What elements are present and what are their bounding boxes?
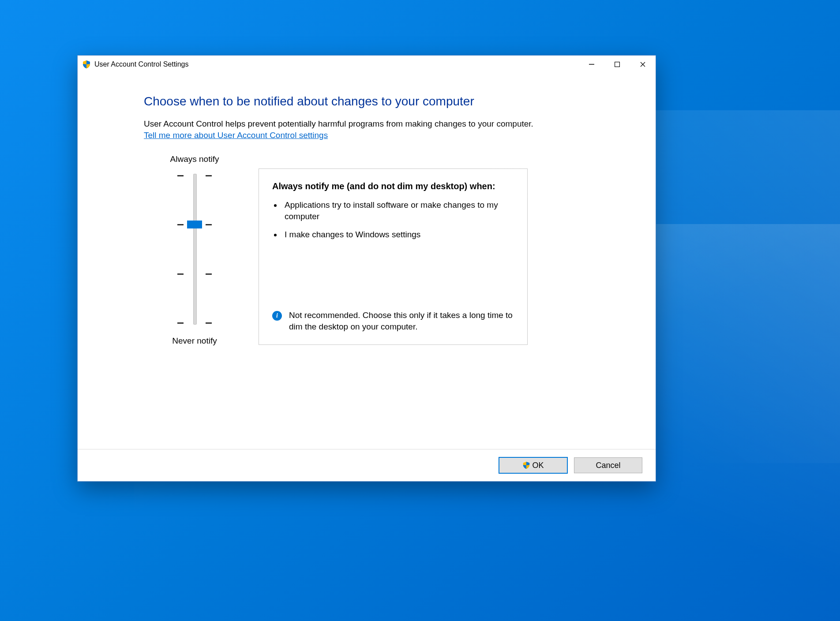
content-area: Choose when to be notified about changes… xyxy=(78,73,656,449)
desktop-background: User Account Control Settings Choose whe… xyxy=(0,0,840,621)
cancel-button-label: Cancel xyxy=(596,461,620,470)
svg-rect-1 xyxy=(615,62,620,67)
minimize-button[interactable] xyxy=(579,56,604,73)
ok-button-label: OK xyxy=(532,461,544,470)
info-list: Applications try to install software or … xyxy=(282,199,514,247)
slider-tick xyxy=(206,175,212,176)
titlebar: User Account Control Settings xyxy=(78,56,656,73)
slider-tick xyxy=(206,224,212,225)
slider-tick xyxy=(206,273,212,275)
slider-track xyxy=(193,174,197,325)
info-title: Always notify me (and do not dim my desk… xyxy=(272,181,514,191)
footer: OK Cancel xyxy=(78,449,656,481)
slider-tick xyxy=(177,224,184,225)
slider-tick xyxy=(177,322,184,324)
intro-text: User Account Control helps prevent poten… xyxy=(144,119,620,129)
close-icon xyxy=(640,62,645,67)
slider-tick xyxy=(177,273,184,275)
info-icon: i xyxy=(272,311,282,321)
slider-tick xyxy=(206,322,212,324)
maximize-icon xyxy=(615,62,620,67)
learn-more-link[interactable]: Tell me more about User Account Control … xyxy=(144,131,328,140)
minimize-icon xyxy=(589,62,594,67)
info-list-item: I make changes to Windows settings xyxy=(282,229,514,240)
slider-top-label: Always notify xyxy=(144,154,245,164)
info-note: i Not recommended. Choose this only if i… xyxy=(272,310,514,333)
info-note-text: Not recommended. Choose this only if it … xyxy=(289,310,514,333)
slider-column: Always notify Never notify xyxy=(144,154,245,346)
close-button[interactable] xyxy=(630,56,656,73)
slider-thumb[interactable] xyxy=(187,221,202,228)
shield-icon xyxy=(522,461,530,469)
window-title: User Account Control Settings xyxy=(94,60,188,68)
cancel-button[interactable]: Cancel xyxy=(574,457,642,473)
notification-slider[interactable] xyxy=(175,172,214,326)
info-list-item: Applications try to install software or … xyxy=(282,199,514,222)
ok-button[interactable]: OK xyxy=(499,457,568,474)
window-controls xyxy=(579,56,656,73)
shield-icon xyxy=(82,60,91,69)
info-panel: Always notify me (and do not dim my desk… xyxy=(259,168,528,345)
slider-bottom-label: Never notify xyxy=(144,336,245,346)
body-row: Always notify Never notify Always notify… xyxy=(144,154,620,346)
page-heading: Choose when to be notified about changes… xyxy=(144,94,620,108)
maximize-button[interactable] xyxy=(604,56,630,73)
uac-settings-window: User Account Control Settings Choose whe… xyxy=(77,55,656,482)
svg-rect-0 xyxy=(589,64,594,65)
slider-tick xyxy=(177,175,184,176)
